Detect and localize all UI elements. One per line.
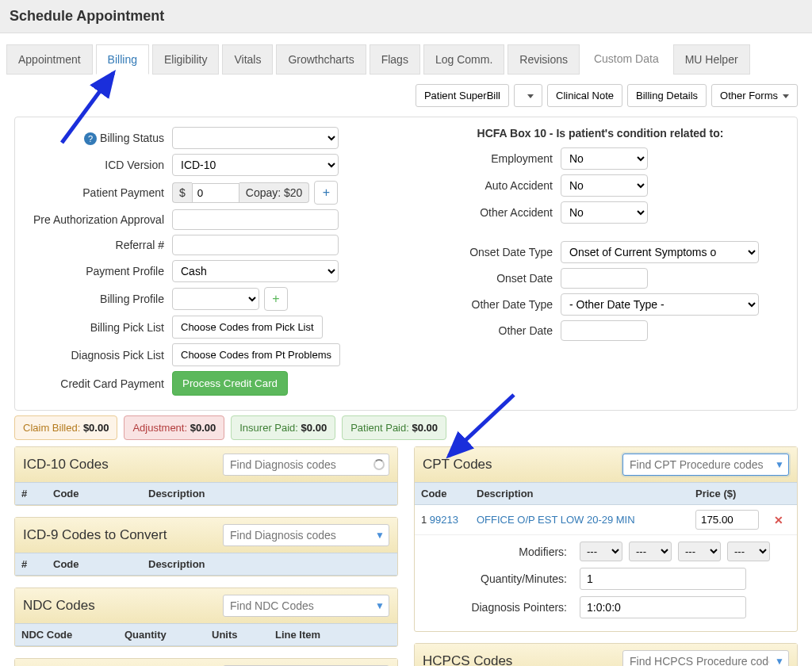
cpt-title: CPT Codes (423, 457, 492, 473)
icd9-title: ICD-9 Codes to Convert (23, 527, 167, 543)
billing-picklist-label: Billing Pick List (21, 321, 172, 334)
referral-input[interactable] (172, 235, 339, 255)
col-line: Line Item (275, 629, 320, 641)
cpt-desc-link[interactable]: OFFICE O/P EST LOW 20-29 MIN (477, 514, 635, 526)
icd9-search-input[interactable] (223, 524, 389, 546)
tab-customdata[interactable]: Custom Data (583, 44, 670, 75)
payment-profile-label: Payment Profile (21, 265, 172, 278)
col-code: Code (421, 488, 477, 500)
icd10-section: ICD-10 Codes # Code Description (14, 446, 398, 506)
modifiers-label: Modifiers: (423, 545, 573, 558)
ndc-search-input[interactable] (223, 595, 389, 617)
tab-growthcharts[interactable]: Growthcharts (276, 44, 366, 75)
custom-section: Custom Codes ▼ Code Description Price ($… (14, 658, 398, 666)
chevron-down-icon: ▼ (375, 600, 385, 611)
employment-label: Employment (410, 152, 561, 165)
insurer-paid-pill: Insurer Paid: $0.00 (231, 415, 335, 440)
other-date-input[interactable] (561, 320, 648, 341)
pre-auth-label: Pre Authorization Approval (21, 213, 172, 226)
icd-version-label: ICD Version (21, 159, 172, 171)
tab-vitals[interactable]: Vitals (222, 44, 273, 75)
icd9-section: ICD-9 Codes to Convert ▼ # Code Descript… (14, 517, 398, 576)
billing-form-left: ?Billing Status ICD Version ICD-10 Patie… (21, 127, 402, 400)
patient-payment-label: Patient Payment (21, 186, 172, 199)
cpt-row-n: 1 (421, 514, 427, 526)
auto-accident-select[interactable]: No (561, 174, 648, 197)
other-accident-label: Other Accident (410, 206, 561, 219)
spinner-icon (373, 459, 385, 470)
col-desc: Description (477, 488, 695, 500)
billing-status-select[interactable] (172, 127, 339, 149)
chevron-down-icon: ▼ (375, 530, 385, 541)
onset-type-label: Onset Date Type (410, 246, 561, 258)
col-desc: Description (148, 488, 205, 500)
tab-billing[interactable]: Billing (96, 44, 149, 75)
payment-profile-select[interactable]: Cash (172, 260, 339, 282)
modifier-3-select[interactable]: --- (678, 542, 721, 561)
chevron-down-icon: ▼ (775, 459, 784, 470)
hcpcs-section: HCPCS Codes ▼ Code Description Price ($) (414, 643, 798, 666)
tab-eligibility[interactable]: Eligibility (152, 44, 219, 75)
billing-status-label: Billing Status (100, 132, 164, 144)
pre-auth-input[interactable] (172, 209, 339, 230)
diagnosis-picklist-button[interactable]: Choose Codes from Pt Problems (172, 343, 340, 366)
dp-input[interactable] (580, 596, 746, 618)
col-code: Code (53, 488, 148, 500)
patient-paid-pill: Patient Paid: $0.00 (342, 415, 446, 440)
ndc-section: NDC Codes ▼ NDC Code Quantity Units Line… (14, 588, 398, 647)
icd10-title: ICD-10 Codes (23, 457, 109, 473)
modifier-1-select[interactable]: --- (580, 542, 622, 561)
cpt-section: CPT Codes ▼ Code Description Price ($) 1… (414, 446, 798, 632)
tab-bar: Appointment Billing Eligibility Vitals G… (6, 40, 806, 79)
patient-superbill-dropdown[interactable] (514, 84, 542, 107)
other-accident-select[interactable]: No (561, 201, 648, 224)
icd10-search-input[interactable] (223, 454, 389, 476)
add-billing-profile-button[interactable]: + (264, 287, 288, 311)
modifier-2-select[interactable]: --- (629, 542, 672, 561)
onset-date-label: Onset Date (410, 272, 561, 285)
employment-select[interactable]: No (561, 147, 648, 170)
patient-superbill-button[interactable]: Patient SuperBill (416, 84, 509, 107)
col-code: Code (53, 558, 148, 570)
add-payment-button[interactable]: + (314, 181, 338, 205)
adjustment-pill: Adjustment: $0.00 (124, 415, 224, 440)
col-n: # (21, 488, 53, 500)
icd-version-select[interactable]: ICD-10 (172, 154, 339, 176)
delete-icon[interactable]: ✕ (774, 514, 783, 526)
totals-bar: Claim Billed: $0.00 Adjustment: $0.00 In… (6, 415, 806, 446)
billing-picklist-button[interactable]: Choose Codes from Pick List (172, 316, 323, 339)
cpt-row: 1 99213 OFFICE O/P EST LOW 20-29 MIN ✕ (415, 505, 797, 535)
tab-logcomm[interactable]: Log Comm. (423, 44, 504, 75)
onset-type-select[interactable]: Onset of Current Symptoms o (561, 241, 759, 263)
referral-label: Referral # (21, 239, 172, 251)
claim-billed-pill: Claim Billed: $0.00 (14, 415, 117, 440)
hcfa-title: HCFA Box 10 - Is patient's condition rel… (410, 127, 791, 140)
tab-appointment[interactable]: Appointment (6, 44, 93, 75)
billing-details-button[interactable]: Billing Details (627, 84, 707, 107)
cpt-code-link[interactable]: 99213 (430, 514, 458, 526)
qty-label: Quantity/Minutes: (423, 572, 573, 585)
auto-accident-label: Auto Accident (410, 179, 561, 192)
qty-input[interactable] (580, 568, 746, 590)
patient-payment-input[interactable] (192, 183, 239, 203)
hcpcs-search-input[interactable] (622, 650, 789, 666)
hcfa-form: HCFA Box 10 - Is patient's condition rel… (410, 127, 791, 400)
onset-date-input[interactable] (561, 268, 648, 289)
dp-label: Diagnosis Pointers: (423, 601, 573, 614)
cpt-search-input[interactable] (622, 454, 789, 476)
billing-profile-label: Billing Profile (21, 293, 172, 305)
billing-profile-select[interactable] (172, 288, 259, 310)
tab-flags[interactable]: Flags (370, 44, 420, 75)
chevron-down-icon: ▼ (775, 656, 784, 666)
process-credit-card-button[interactable]: Process Credit Card (172, 371, 288, 396)
other-date-label: Other Date (410, 324, 561, 337)
help-icon[interactable]: ? (84, 132, 97, 145)
modifier-4-select[interactable]: --- (727, 542, 770, 561)
tab-revisions[interactable]: Revisions (508, 44, 580, 75)
clinical-note-button[interactable]: Clinical Note (547, 84, 622, 107)
col-ndccode: NDC Code (21, 629, 124, 641)
tab-muhelper[interactable]: MU Helper (673, 44, 750, 75)
other-date-type-select[interactable]: - Other Date Type - (561, 293, 759, 316)
other-forms-dropdown[interactable]: Other Forms (711, 84, 798, 107)
cpt-price-input[interactable] (695, 510, 759, 530)
